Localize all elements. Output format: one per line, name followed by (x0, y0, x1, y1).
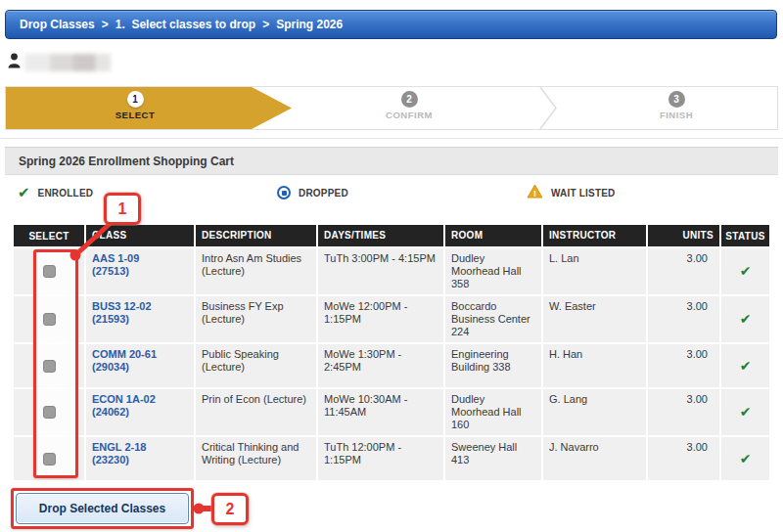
column-header-units: UNITS (648, 225, 719, 246)
class-cell: BUS3 12-02(21593) (86, 296, 194, 342)
breadcrumb-item: 1. Select classes to drop (115, 18, 255, 31)
column-header-select: SELECT (14, 225, 84, 246)
room-cell: Dudley Moorhead Hall 358 (445, 248, 541, 294)
instructor-cell: G. Lang (543, 389, 646, 435)
breadcrumb-separator: > (255, 18, 276, 31)
days-times-cell: TuTh 3:00PM - 4:15PM (318, 248, 443, 294)
legend-waitlisted: ! WAIT LISTED (527, 184, 616, 201)
legend-label: DROPPED (299, 188, 348, 199)
breadcrumb-separator: > (95, 18, 115, 31)
waitlist-warning-icon: ! (527, 184, 543, 202)
class-number: (21593) (92, 313, 129, 325)
class-link[interactable]: COMM 20-61(29034) (92, 348, 188, 374)
redacted-user-name (24, 54, 111, 71)
instructor-cell: H. Han (543, 344, 646, 387)
room-cell: Engineering Building 338 (445, 344, 541, 387)
enrolled-status-icon: ✔ (740, 406, 752, 419)
legend-label: ENROLLED (38, 188, 94, 199)
instructor-cell: L. Lan (543, 248, 646, 294)
step-select: 1 SELECT (81, 91, 189, 120)
step-number-badge: 2 (401, 91, 418, 108)
step-label: SELECT (81, 110, 189, 120)
days-times-cell: TuTh 12:00PM - 1:15PM (318, 437, 443, 480)
column-header-days-times: DAYS/TIMES (318, 225, 443, 246)
units-cell: 3.00 (648, 248, 719, 294)
cart-title: Spring 2026 Enrollment Shopping Cart (19, 155, 234, 168)
column-header-status: STATUS (721, 225, 769, 246)
step-confirm: 2 CONFIRM (355, 91, 463, 120)
status-cell: ✔ (721, 344, 769, 387)
units-cell: 3.00 (648, 296, 719, 342)
description-cell: Critical Thinking and Writing (Lecture) (196, 437, 316, 480)
step-number-badge: 3 (668, 91, 685, 108)
annotation-callout-1: 1 (104, 193, 141, 225)
enrolled-check-icon: ✔ (18, 186, 30, 200)
legend-dropped: DROPPED (277, 184, 348, 201)
user-identity (8, 53, 111, 72)
breadcrumb-item: Spring 2026 (276, 18, 343, 31)
days-times-cell: MoWe 1:30PM - 2:45PM (318, 344, 443, 387)
table-row: ECON 1A-02(24062)Prin of Econ (Lecture)M… (14, 389, 769, 435)
status-cell: ✔ (721, 389, 769, 435)
units-cell: 3.00 (648, 437, 719, 480)
legend-enrolled: ✔ ENROLLED (18, 184, 93, 201)
room-cell: Boccardo Business Center 224 (445, 296, 541, 342)
class-number: (29034) (92, 361, 129, 373)
class-number: (24062) (92, 406, 129, 418)
units-cell: 3.00 (648, 389, 719, 435)
class-cell: COMM 20-61(29034) (86, 344, 194, 387)
class-number: (27513) (92, 265, 129, 277)
units-cell: 3.00 (648, 344, 719, 387)
table-header-row: SELECT CLASS DESCRIPTION DAYS/TIMES ROOM… (14, 225, 769, 246)
svg-text:!: ! (533, 188, 536, 198)
table-row: ENGL 2-18(23230)Critical Thinking and Wr… (14, 437, 769, 480)
class-cell: ENGL 2-18(23230) (86, 437, 194, 480)
room-cell: Sweeney Hall 413 (445, 437, 541, 480)
class-cell: AAS 1-09(27513) (86, 248, 194, 294)
table-row: BUS3 12-02(21593)Business FY Exp (Lectur… (14, 296, 769, 342)
status-cell: ✔ (721, 296, 769, 342)
days-times-cell: MoWe 12:00PM - 1:15PM (318, 296, 443, 342)
annotation-select-column-box (33, 249, 78, 478)
table-body: AAS 1-09(27513)Intro Asn Am Studies (Lec… (14, 248, 769, 480)
breadcrumb: Drop Classes > 1. Select classes to drop… (5, 10, 777, 39)
breadcrumb-item: Drop Classes (20, 18, 95, 31)
description-cell: Business FY Exp (Lecture) (196, 296, 316, 342)
description-cell: Prin of Econ (Lecture) (196, 389, 316, 435)
enrolled-status-icon: ✔ (740, 453, 752, 466)
chevron-separator-icon (539, 87, 559, 129)
class-cell: ECON 1A-02(24062) (86, 389, 194, 435)
enrolled-status-icon: ✔ (740, 360, 752, 373)
room-cell: Dudley Moorhead Hall 160 (445, 389, 541, 435)
step-progress-bar: 1 SELECT 2 CONFIRM 3 FINISH (5, 86, 778, 130)
annotation-callout-2: 2 (211, 493, 249, 525)
enrolled-status-icon: ✔ (740, 265, 752, 278)
shopping-cart-table: SELECT CLASS DESCRIPTION DAYS/TIMES ROOM… (14, 225, 769, 480)
table-row: COMM 20-61(29034)Public Speaking (Lectur… (14, 344, 769, 387)
column-header-description: DESCRIPTION (196, 225, 316, 246)
class-link[interactable]: ENGL 2-18(23230) (92, 441, 188, 466)
table-row: AAS 1-09(27513)Intro Asn Am Studies (Lec… (14, 248, 769, 294)
days-times-cell: MoWe 10:30AM - 11:45AM (318, 389, 443, 435)
class-link[interactable]: AAS 1-09(27513) (92, 252, 188, 278)
column-header-room: ROOM (445, 225, 541, 246)
person-icon (8, 53, 21, 72)
step-label: FINISH (622, 110, 730, 120)
enrolled-status-icon: ✔ (740, 313, 752, 326)
step-finish: 3 FINISH (622, 91, 730, 120)
column-header-class: CLASS (86, 225, 194, 246)
status-cell: ✔ (721, 248, 769, 294)
class-number: (23230) (92, 454, 129, 466)
class-link[interactable]: ECON 1A-02(24062) (92, 393, 188, 419)
class-link[interactable]: BUS3 12-02(21593) (92, 300, 188, 326)
step-label: CONFIRM (355, 110, 463, 120)
description-cell: Public Speaking (Lecture) (196, 344, 316, 387)
instructor-cell: W. Easter (543, 296, 646, 342)
column-header-instructor: INSTRUCTOR (543, 225, 646, 246)
status-cell: ✔ (721, 437, 769, 480)
section-divider (0, 138, 783, 139)
cart-section-header: Spring 2026 Enrollment Shopping Cart (5, 147, 778, 175)
step-number-badge: 1 (127, 91, 144, 108)
annotation-button-box (11, 488, 194, 529)
instructor-cell: J. Navarro (543, 437, 646, 480)
